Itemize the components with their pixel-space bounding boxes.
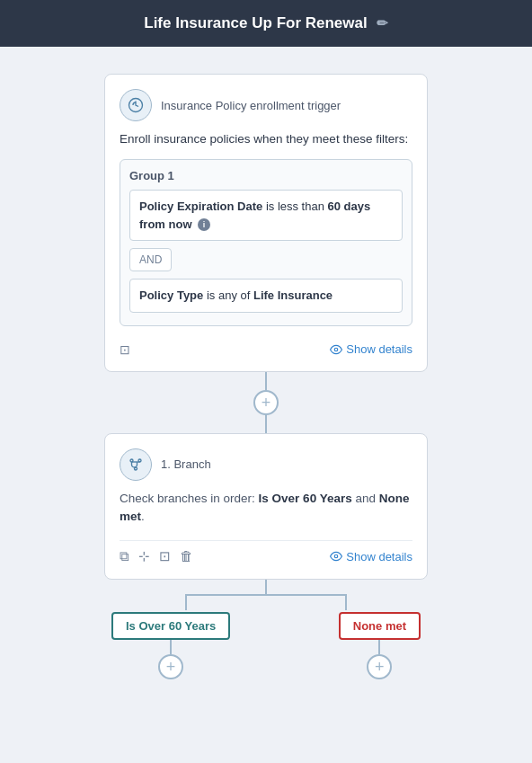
filter-row-1: Policy Expiration Date is less than 60 d… bbox=[129, 190, 403, 241]
branch-vert-line bbox=[265, 580, 267, 594]
filter2-operator: is any of bbox=[207, 288, 253, 302]
right-branch-arm: None met + bbox=[339, 612, 421, 679]
branch-eye-icon bbox=[330, 550, 342, 563]
filter2-value: Life Insurance bbox=[253, 288, 332, 302]
add-step-button[interactable]: + bbox=[253, 390, 279, 415]
left-arm-line bbox=[170, 640, 172, 654]
and-separator-container: AND bbox=[129, 244, 403, 275]
trigger-footer-icons: ⊡ bbox=[120, 342, 130, 357]
filter-group: Group 1 Policy Expiration Date is less t… bbox=[120, 159, 412, 326]
trigger-card: Insurance Policy enrollment trigger Enro… bbox=[104, 74, 428, 372]
trigger-card-header: Insurance Policy enrollment trigger bbox=[120, 89, 412, 121]
info-icon[interactable]: i bbox=[198, 218, 210, 231]
branch-card-header: 1. Branch bbox=[120, 448, 412, 481]
branch-h-line-container bbox=[104, 594, 428, 596]
branch-show-details[interactable]: Show details bbox=[330, 550, 412, 563]
branch-desc-prefix: Check branches in order: bbox=[120, 492, 255, 505]
right-vert-drop bbox=[345, 594, 347, 610]
filter1-operator: is less than bbox=[266, 200, 328, 213]
workflow-canvas: Insurance Policy enrollment trigger Enro… bbox=[0, 47, 532, 763]
left-vert-drop bbox=[185, 594, 187, 610]
trigger-icon bbox=[120, 89, 152, 121]
trigger-type-label: Insurance Policy enrollment trigger bbox=[161, 99, 341, 112]
connector-line-bottom bbox=[265, 415, 267, 433]
svg-point-1 bbox=[335, 348, 339, 351]
branch-description: Check branches in order: Is Over 60 Year… bbox=[120, 490, 412, 527]
connector-line-top bbox=[265, 372, 267, 390]
branch-card-footer: ⧉ ⊹ ⊡ 🗑 Show details bbox=[120, 540, 412, 564]
page-header: Life Insurance Up For Renewal ✏ bbox=[0, 0, 532, 47]
trigger-description: Enroll insurance policies when they meet… bbox=[120, 130, 412, 148]
branch-card: 1. Branch Check branches in order: Is Ov… bbox=[104, 433, 428, 581]
edit-icon[interactable]: ✏ bbox=[377, 15, 388, 31]
filter2-field: Policy Type bbox=[139, 288, 203, 302]
connector-1: + bbox=[253, 372, 279, 433]
left-branch-arm: Is Over 60 Years + bbox=[111, 612, 230, 679]
trash-icon[interactable]: 🗑 bbox=[180, 548, 193, 564]
right-arm-line bbox=[378, 640, 380, 654]
branch-show-details-label: Show details bbox=[346, 550, 412, 563]
filter-row-2: Policy Type is any of Life Insurance bbox=[129, 279, 403, 313]
trigger-card-footer: ⊡ Show details bbox=[120, 335, 412, 357]
branch-type-label: 1. Branch bbox=[161, 457, 211, 471]
branch-name-1: Is Over 60 Years bbox=[259, 492, 352, 505]
branch-icon bbox=[120, 448, 152, 481]
eye-icon bbox=[330, 343, 342, 356]
branch-h-line bbox=[185, 594, 347, 596]
branch-tag-none-met[interactable]: None met bbox=[339, 612, 421, 640]
branch-footer-icons: ⧉ ⊹ ⊡ 🗑 bbox=[120, 548, 193, 564]
group-label: Group 1 bbox=[129, 169, 403, 182]
copy-icon[interactable]: ⊡ bbox=[120, 342, 130, 357]
clone-icon[interactable]: ⧉ bbox=[120, 548, 129, 564]
trigger-show-details[interactable]: Show details bbox=[330, 342, 412, 356]
branch-conjunction: and bbox=[355, 492, 376, 505]
svg-point-6 bbox=[335, 555, 339, 559]
and-label: AND bbox=[129, 248, 172, 271]
left-add-button[interactable]: + bbox=[158, 654, 183, 679]
branch-tag-over60[interactable]: Is Over 60 Years bbox=[111, 612, 230, 640]
show-details-label: Show details bbox=[346, 342, 412, 356]
branch-period: . bbox=[141, 510, 145, 523]
filter1-field: Policy Expiration Date bbox=[139, 200, 262, 213]
right-add-button[interactable]: + bbox=[367, 654, 392, 679]
branches-row: Is Over 60 Years + None met + bbox=[104, 612, 428, 679]
move-icon[interactable]: ⊹ bbox=[138, 548, 150, 564]
copy-icon-branch[interactable]: ⊡ bbox=[159, 548, 171, 564]
branch-outputs: Is Over 60 Years + None met + bbox=[104, 580, 428, 679]
page-title: Life Insurance Up For Renewal bbox=[144, 14, 367, 32]
